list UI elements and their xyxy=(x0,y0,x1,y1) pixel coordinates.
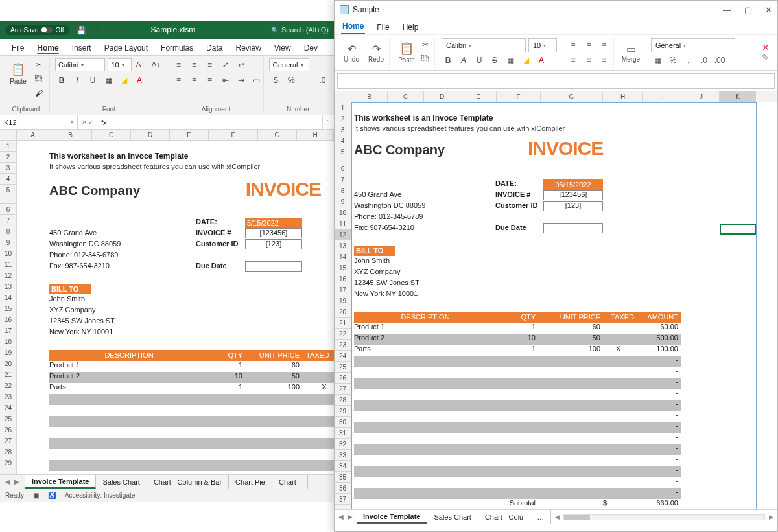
col-C[interactable]: C xyxy=(92,130,131,140)
font-color-button[interactable]: A xyxy=(133,74,146,87)
font-name-sm[interactable]: Calibri▾ xyxy=(442,38,526,52)
sm-row-header[interactable]: 11 xyxy=(335,218,351,229)
align-bottom-icon[interactable]: ≡ xyxy=(204,58,217,71)
sm-row-header[interactable]: 35 xyxy=(335,472,351,483)
increase-font-icon[interactable]: A↑ xyxy=(134,58,147,71)
al-b[interactable]: ≡ xyxy=(598,39,611,52)
sm-select-all[interactable] xyxy=(335,91,351,102)
tab-review[interactable]: Review xyxy=(229,41,267,55)
sm-col-J[interactable]: J xyxy=(683,91,720,102)
cut-icon-sm[interactable]: ✂ xyxy=(419,38,432,51)
save-icon[interactable]: 💾 xyxy=(76,25,89,34)
sm-row-header[interactable]: 33 xyxy=(335,450,351,461)
row-header[interactable]: 1 xyxy=(0,141,16,152)
sheet-chart-more[interactable]: Chart - xyxy=(272,475,308,489)
tab-data[interactable]: Data xyxy=(200,41,229,55)
sm-row-header[interactable]: 2 xyxy=(335,113,351,124)
al-r[interactable]: ≡ xyxy=(598,53,611,66)
format-painter-icon[interactable]: 🖌 xyxy=(32,87,45,100)
underline-button[interactable]: U xyxy=(86,74,99,87)
align-top-icon[interactable]: ≡ xyxy=(172,58,185,71)
strike-sm[interactable]: S xyxy=(488,54,501,67)
percent-icon[interactable]: % xyxy=(285,74,298,87)
tab-developer[interactable]: Dev xyxy=(298,41,324,55)
sm-col-B[interactable]: B xyxy=(351,91,388,102)
sm-row-header[interactable]: 22 xyxy=(335,329,351,340)
sm-row-header[interactable]: 10 xyxy=(335,207,351,218)
underline-sm[interactable]: U xyxy=(473,54,486,67)
row-header[interactable]: 8 xyxy=(0,226,16,237)
sm-row-header[interactable]: 1 xyxy=(335,102,351,113)
font-size-select[interactable]: 10▾ xyxy=(108,58,131,71)
percent-sm[interactable]: % xyxy=(666,54,679,67)
comma-sm[interactable]: , xyxy=(682,54,695,67)
sm-row-header[interactable]: 29 xyxy=(335,406,351,417)
sm-row-header[interactable]: 6 xyxy=(335,163,351,174)
sample-formula-bar[interactable] xyxy=(337,73,775,89)
sm-cells-area[interactable]: This worksheet is an Invoce Template It … xyxy=(351,102,777,509)
sm-row-header[interactable]: 4 xyxy=(335,135,351,146)
sheet-invoice-template[interactable]: Invoice Template xyxy=(25,475,96,489)
row-header[interactable]: 15 xyxy=(0,303,16,314)
increase-decimal-icon[interactable]: .0 xyxy=(316,74,329,87)
sm-row-header[interactable]: 32 xyxy=(335,439,351,450)
number-format-select[interactable]: General▾ xyxy=(269,58,309,71)
row-header[interactable]: 10 xyxy=(0,248,16,259)
sm-row-header[interactable]: 36 xyxy=(335,483,351,494)
align-left-icon[interactable]: ≡ xyxy=(172,74,185,87)
sm-row-header[interactable]: 5 xyxy=(335,146,351,163)
tab-page-layout[interactable]: Page Layout xyxy=(98,41,154,55)
tab-insert[interactable]: Insert xyxy=(65,41,98,55)
align-center-icon[interactable]: ≡ xyxy=(188,74,201,87)
dec-dec-sm[interactable]: .00 xyxy=(713,54,726,67)
sm-col-C[interactable]: C xyxy=(388,91,424,102)
menu-home[interactable]: Home xyxy=(341,20,365,34)
cond-fmt-icon[interactable]: ▦ xyxy=(651,54,664,67)
row-header[interactable]: 22 xyxy=(0,380,16,391)
sheet-nav[interactable]: ◀▶ xyxy=(0,475,25,489)
sm-row-header[interactable]: 21 xyxy=(335,318,351,329)
tab-view[interactable]: View xyxy=(268,41,298,55)
copy-icon[interactable]: ⿻ xyxy=(32,73,45,86)
fill-color-button[interactable]: ◢ xyxy=(117,74,130,87)
fill-sm[interactable]: ◢ xyxy=(519,54,532,67)
italic-sm[interactable]: A xyxy=(457,54,470,67)
search-box[interactable]: Search (Alt+Q) xyxy=(271,26,329,34)
merge-icon[interactable]: ▭ xyxy=(250,74,263,87)
decrease-font-icon[interactable]: A↓ xyxy=(150,58,163,71)
row-header[interactable]: 18 xyxy=(0,336,16,347)
border-sm[interactable]: ▦ xyxy=(504,54,517,67)
align-middle-icon[interactable]: ≡ xyxy=(188,58,201,71)
al-c[interactable]: ≡ xyxy=(582,53,595,66)
undo-button[interactable]: ↶Undo xyxy=(341,38,362,67)
currency-icon[interactable]: $ xyxy=(269,74,282,87)
row-header[interactable]: 2 xyxy=(0,152,16,163)
fontcolor-sm[interactable]: A xyxy=(535,54,548,67)
sm-col-E[interactable]: E xyxy=(460,91,497,102)
macros-icon[interactable]: ▣ xyxy=(33,492,39,499)
row-header[interactable]: 14 xyxy=(0,292,16,303)
name-box[interactable]: K12▾ xyxy=(0,115,78,129)
row-header[interactable]: 11 xyxy=(0,259,16,270)
cut-icon[interactable]: ✂ xyxy=(32,58,45,71)
sm-row-header[interactable]: 27 xyxy=(335,384,351,395)
col-F[interactable]: F xyxy=(209,130,258,140)
sm-col-D[interactable]: D xyxy=(424,91,460,102)
row-header[interactable]: 6 xyxy=(0,204,16,215)
comma-icon[interactable]: , xyxy=(300,74,313,87)
sm-row-header[interactable]: 28 xyxy=(335,395,351,406)
al-l[interactable]: ≡ xyxy=(567,53,580,66)
row-header[interactable]: 28 xyxy=(0,446,16,457)
tab-formulas[interactable]: Formulas xyxy=(154,41,200,55)
sm-row-header[interactable]: 9 xyxy=(335,196,351,207)
row-header[interactable]: 17 xyxy=(0,325,16,336)
sm-col-K[interactable]: K xyxy=(720,91,756,102)
row-header[interactable]: 20 xyxy=(0,358,16,369)
sm-sheet-invoice[interactable]: Invoice Template xyxy=(357,510,427,524)
copy-icon-sm[interactable]: ⿻ xyxy=(419,52,432,65)
select-all-corner[interactable] xyxy=(0,130,17,140)
sm-row-header[interactable]: 26 xyxy=(335,373,351,384)
tab-home[interactable]: Home xyxy=(30,41,65,55)
row-header[interactable]: 12 xyxy=(0,270,16,281)
paste-button[interactable]: 📋 Paste xyxy=(6,58,30,88)
